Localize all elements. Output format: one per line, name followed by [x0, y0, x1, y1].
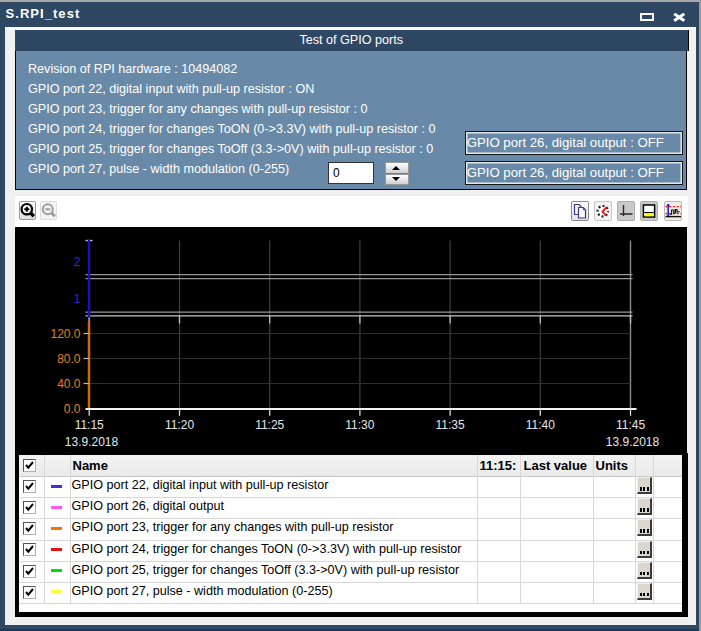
svg-text:80.0: 80.0: [57, 352, 81, 366]
svg-text:11:20: 11:20: [165, 418, 194, 432]
svg-text:11:30: 11:30: [345, 418, 374, 432]
svg-text:1: 1: [74, 292, 81, 306]
svg-text:0.0: 0.0: [64, 402, 81, 416]
svg-text:13.9.2018: 13.9.2018: [606, 435, 660, 449]
svg-text:11:45: 11:45: [616, 418, 645, 432]
svg-text:11:25: 11:25: [255, 418, 284, 432]
svg-text:2: 2: [74, 254, 81, 268]
svg-text:13.9.2018: 13.9.2018: [65, 435, 119, 449]
svg-text:120.0: 120.0: [50, 327, 80, 341]
svg-text:11:40: 11:40: [526, 418, 555, 432]
svg-text:40.0: 40.0: [57, 377, 81, 391]
svg-text:11:15: 11:15: [75, 418, 104, 432]
svg-text:11:35: 11:35: [436, 418, 465, 432]
